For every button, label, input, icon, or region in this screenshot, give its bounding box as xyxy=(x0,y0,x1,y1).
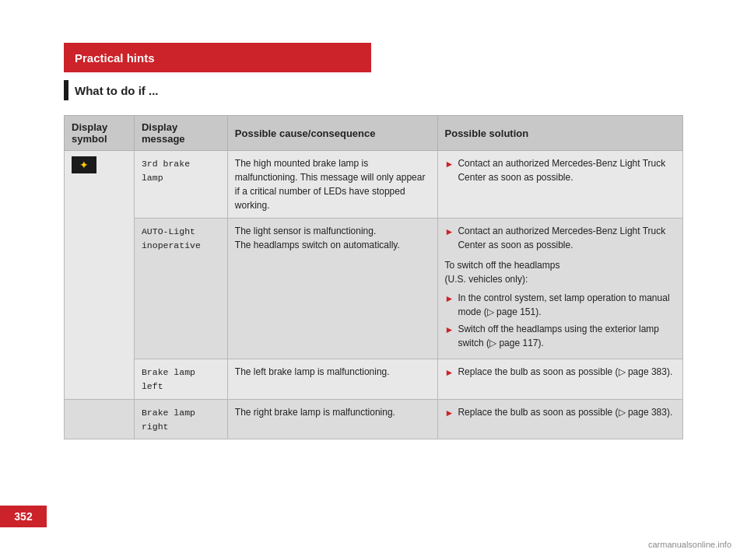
arrow-icon-2c: ► xyxy=(445,323,454,337)
table-row: ✦ 3rd brakelamp The high mounted brake l… xyxy=(65,151,683,219)
solution-bullet-4: ► Replace the bulb as soon as possible (… xyxy=(445,405,675,420)
message-cell-3: Brake lampleft xyxy=(134,359,227,400)
solution-bullet-2a: ► Contact an authorized Mercedes-Benz Li… xyxy=(445,224,675,252)
col-display-message: Display message xyxy=(134,116,227,151)
solution-text-4: Replace the bulb as soon as possible (▷ … xyxy=(458,405,672,419)
solution-cell-4: ► Replace the bulb as soon as possible (… xyxy=(437,399,682,439)
brake-lamp-icon: ✦ xyxy=(72,156,96,173)
solution-bullet-3: ► Replace the bulb as soon as possible (… xyxy=(445,365,675,380)
solution-cell-2: ► Contact an authorized Mercedes-Benz Li… xyxy=(437,219,682,359)
section-heading-wrapper: What to do if ... xyxy=(64,80,158,100)
message-cell-4: Brake lampright xyxy=(134,399,227,439)
section-accent-bar xyxy=(64,80,68,100)
arrow-icon-2a: ► xyxy=(445,225,454,239)
arrow-icon-1: ► xyxy=(445,157,454,171)
page-number: 352 xyxy=(14,510,32,523)
display-message-text-4: Brake lampright xyxy=(142,408,195,432)
solution-text-3: Replace the bulb as soon as possible (▷ … xyxy=(458,365,672,379)
extra-heading-2: To switch off the headlamps(U.S. vehicle… xyxy=(445,258,675,286)
solution-text-2c: Switch off the headlamps using the exter… xyxy=(458,322,675,350)
display-message-text-1: 3rd brakelamp xyxy=(142,159,190,183)
main-table-wrapper: Display symbol Display message Possible … xyxy=(64,115,683,439)
cause-cell-1: The high mounted brake lamp is malfuncti… xyxy=(227,151,437,219)
message-cell-2: AUTO-Lightinoperative xyxy=(134,219,227,359)
solution-text-2a: Contact an authorized Mercedes-Benz Ligh… xyxy=(458,224,675,252)
cause-cell-4: The right brake lamp is malfunctioning. xyxy=(227,399,437,439)
solution-text-1: Contact an authorized Mercedes-Benz Ligh… xyxy=(458,156,675,184)
table-row: Brake lampright The right brake lamp is … xyxy=(65,399,683,439)
symbol-cell: ✦ xyxy=(65,151,135,400)
section-heading: What to do if ... xyxy=(75,84,158,97)
message-cell-1: 3rd brakelamp xyxy=(134,151,227,219)
page-title: Practical hints xyxy=(75,51,155,65)
arrow-icon-2b: ► xyxy=(445,292,454,306)
watermark: carmanualsonline.info xyxy=(648,540,731,549)
display-message-text-3: Brake lampleft xyxy=(142,367,195,391)
solution-bullet-2b: ► In the control system, set lamp operat… xyxy=(445,291,675,319)
col-display-symbol: Display symbol xyxy=(65,116,135,151)
col-possible-cause: Possible cause/consequence xyxy=(227,116,437,151)
arrow-icon-4: ► xyxy=(445,406,454,420)
cause-cell-2: The light sensor is malfunctioning. The … xyxy=(227,219,437,359)
symbol-cell-4 xyxy=(65,399,135,439)
solution-bullet-2c: ► Switch off the headlamps using the ext… xyxy=(445,322,675,350)
solution-bullet-1: ► Contact an authorized Mercedes-Benz Li… xyxy=(445,156,675,184)
page-number-badge: 352 xyxy=(0,506,47,527)
cause-cell-3: The left brake lamp is malfunctioning. xyxy=(227,359,437,400)
solution-text-2b: In the control system, set lamp operatio… xyxy=(458,291,675,319)
table-row: Brake lampleft The left brake lamp is ma… xyxy=(65,359,683,400)
table-row: AUTO-Lightinoperative The light sensor i… xyxy=(65,219,683,359)
header-bar: Practical hints xyxy=(64,43,371,72)
col-possible-solution: Possible solution xyxy=(437,116,682,151)
solution-cell-1: ► Contact an authorized Mercedes-Benz Li… xyxy=(437,151,682,219)
diagnostic-table: Display symbol Display message Possible … xyxy=(64,115,683,439)
solution-cell-3: ► Replace the bulb as soon as possible (… xyxy=(437,359,682,400)
arrow-icon-3: ► xyxy=(445,366,454,380)
table-header-row: Display symbol Display message Possible … xyxy=(65,116,683,151)
display-message-text-2: AUTO-Lightinoperative xyxy=(142,226,201,250)
